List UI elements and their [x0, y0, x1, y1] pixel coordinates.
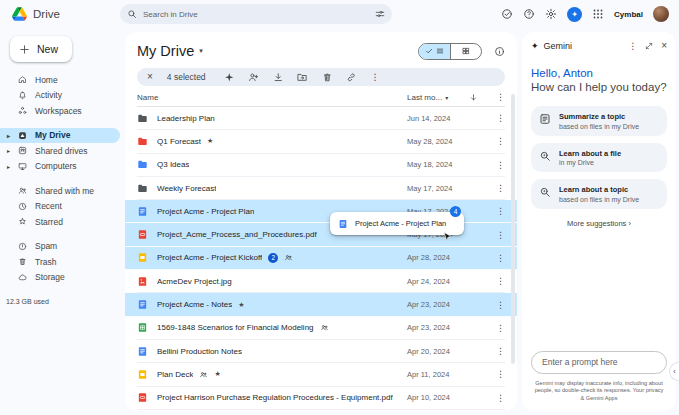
row-more-icon[interactable]: ⋮ — [489, 276, 505, 286]
file-row[interactable]: Weekly ForecastMay 17, 2024⋮ — [137, 177, 505, 200]
sidebar-item-workspaces[interactable]: Workspaces — [0, 103, 120, 119]
gemini-greeting: Hello, Anton — [531, 67, 667, 79]
file-name: Project Acme - Project Plan — [157, 207, 254, 216]
close-icon[interactable]: × — [661, 41, 667, 51]
drag-preview: Project Acme - Project Plan 4 — [330, 212, 464, 235]
prompt-input[interactable] — [531, 351, 667, 374]
row-more-icon[interactable]: ⋮ — [489, 393, 505, 403]
page-title[interactable]: My Drive▾ — [137, 43, 203, 59]
suggestion-card-summarize-a-topic[interactable]: Summarize a topicbased on files in my Dr… — [531, 106, 667, 136]
sidebar-item-trash[interactable]: Trash — [0, 254, 120, 270]
file-row[interactable]: Bellini Production NotesApr 20, 2024⋮ — [137, 340, 505, 363]
search-icon[interactable] — [127, 9, 137, 19]
new-button[interactable]: New — [10, 36, 72, 62]
sidebar-item-label: Recent — [35, 201, 62, 211]
expand-icon[interactable] — [645, 42, 653, 50]
sidebar-item-recent[interactable]: Recent — [0, 199, 120, 215]
shared-with-me-icon — [18, 186, 27, 195]
starred-icon — [18, 217, 27, 226]
scrollbar[interactable] — [511, 94, 515, 364]
row-more-icon[interactable]: ⋮ — [489, 230, 505, 240]
gemini-disclaimer: Gemini may display inaccurate info, incl… — [531, 380, 667, 403]
sidebar-item-label: Storage — [35, 272, 65, 282]
row-more-icon[interactable]: ⋮ — [489, 300, 505, 310]
file-row[interactable]: Q3 IdeasMay 18, 2024⋮ — [137, 154, 505, 177]
slides-icon — [137, 369, 148, 380]
row-more-icon[interactable]: ⋮ — [489, 160, 505, 170]
search-bar[interactable] — [120, 4, 392, 24]
gemini-more-icon[interactable]: ⋮ — [628, 41, 637, 51]
file-row[interactable]: Q1 Forecast★May 28, 2024⋮ — [137, 130, 505, 153]
sort-direction-icon[interactable] — [469, 93, 478, 102]
row-more-icon[interactable]: ⋮ — [489, 323, 505, 333]
storage-used-label: 12.3 GB used — [0, 294, 120, 305]
drive-logo[interactable]: Drive — [12, 7, 120, 21]
list-view-button[interactable] — [419, 44, 450, 59]
info-icon[interactable] — [494, 46, 505, 57]
file-row[interactable]: Project Acme - Project Kickoff2Apr 28, 2… — [125, 247, 517, 270]
view-toggle[interactable] — [418, 43, 482, 60]
slides-icon — [137, 252, 148, 263]
drag-preview-label: Project Acme - Project Plan — [355, 219, 446, 228]
row-more-icon[interactable]: ⋮ — [489, 183, 505, 193]
gemini-summarize-icon[interactable] — [224, 72, 235, 83]
suggestion-card-learn-about-a-file[interactable]: Learn about a filein my Drive — [531, 143, 667, 173]
file-row[interactable] — [137, 410, 505, 411]
sidebar-item-storage[interactable]: Storage — [0, 270, 120, 286]
more-suggestions-link[interactable]: More suggestions › — [531, 219, 667, 228]
file-row[interactable]: AcmeDev Project.jpgApr 24, 2024⋮ — [137, 270, 505, 293]
sidebar-item-my-drive[interactable]: ▸My Drive — [0, 128, 120, 144]
file-row[interactable]: 1569-1848 Scenarios for Financial Modeli… — [137, 317, 505, 340]
help-icon[interactable] — [523, 8, 535, 20]
grid-view-button[interactable] — [450, 44, 481, 59]
search-input[interactable] — [143, 10, 369, 19]
move-to-folder-icon[interactable] — [297, 72, 308, 83]
copy-link-icon[interactable] — [346, 72, 357, 83]
row-more-icon[interactable]: ⋮ — [489, 346, 505, 356]
more-actions-icon[interactable]: ⋮ — [371, 72, 380, 82]
sidebar-item-shared-drives[interactable]: ▸Shared drives — [0, 143, 120, 159]
gemini-subtitle: How can I help you today? — [531, 81, 667, 93]
sidebar-item-shared-with-me[interactable]: Shared with me — [0, 183, 120, 199]
settings-gear-icon[interactable] — [545, 8, 557, 20]
download-icon[interactable] — [273, 72, 284, 83]
file-name: Project Harrison Purchase Regulation Pro… — [157, 393, 393, 402]
search-options-icon[interactable] — [375, 9, 385, 19]
name-column-header[interactable]: Name — [137, 93, 407, 102]
sidebar-item-activity[interactable]: Activity — [0, 88, 120, 104]
clear-selection-button[interactable]: × — [147, 72, 153, 82]
row-more-icon[interactable]: ⋮ — [489, 206, 505, 216]
column-options-icon[interactable]: ⋮ — [489, 92, 505, 102]
row-more-icon[interactable]: ⋮ — [489, 113, 505, 123]
avatar[interactable] — [653, 6, 669, 22]
file-name: Bellini Production Notes — [157, 347, 242, 356]
sidebar-item-label: My Drive — [35, 130, 70, 140]
sidebar: New HomeActivityWorkspaces▸My Drive▸Shar… — [0, 32, 120, 411]
file-row[interactable]: Plan Deck★Apr 11, 2024⋮ — [137, 363, 505, 386]
modified-column-header[interactable]: Last mo...▾ — [407, 93, 469, 102]
row-more-icon[interactable]: ⋮ — [489, 136, 505, 146]
file-name: Q3 Ideas — [157, 160, 189, 169]
row-more-icon[interactable]: ⋮ — [489, 253, 505, 263]
mouse-cursor-icon — [443, 232, 452, 244]
sidebar-item-starred[interactable]: Starred — [0, 214, 120, 230]
file-row[interactable]: Project Acme - Notes★Apr 23, 2024⋮ — [125, 293, 517, 316]
activity-icon — [18, 91, 27, 100]
sidebar-item-home[interactable]: Home — [0, 72, 120, 88]
expand-arrow-icon[interactable]: ▸ — [7, 132, 10, 139]
sidebar-item-computers[interactable]: ▸Computers — [0, 159, 120, 175]
apps-grid-icon[interactable] — [592, 8, 604, 20]
docs-icon — [137, 299, 148, 310]
suggestion-subtitle: based on files in my Drive — [559, 123, 639, 130]
file-row[interactable]: Leadership PlanJun 14, 2024⋮ — [137, 107, 505, 130]
file-row[interactable]: Project Harrison Purchase Regulation Pro… — [137, 387, 505, 410]
offline-status-icon[interactable] — [501, 8, 513, 20]
trash-icon[interactable] — [322, 72, 333, 83]
share-icon[interactable] — [248, 72, 259, 83]
expand-arrow-icon[interactable]: ▸ — [7, 163, 10, 170]
expand-arrow-icon[interactable]: ▸ — [7, 147, 10, 154]
sidebar-item-spam[interactable]: Spam — [0, 239, 120, 255]
gemini-button[interactable]: ✦ — [567, 7, 582, 22]
row-more-icon[interactable]: ⋮ — [489, 369, 505, 379]
suggestion-card-learn-about-a-topic[interactable]: Learn about a topicbased on files in my … — [531, 179, 667, 209]
